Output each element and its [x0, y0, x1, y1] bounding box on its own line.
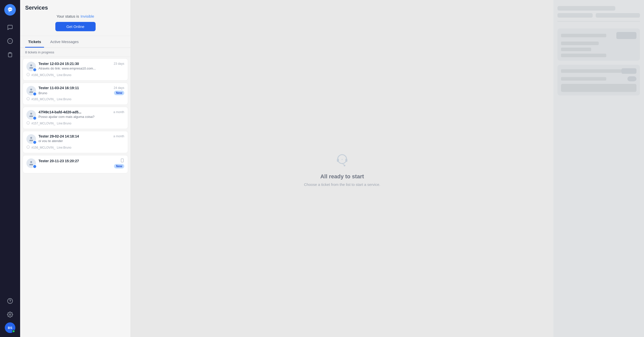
svg-rect-24 — [121, 159, 123, 162]
sidebar-item-messages[interactable] — [4, 35, 16, 47]
right-skel-2 — [557, 13, 593, 18]
right-card-btn-1 — [616, 32, 636, 39]
ticket-message: oi vou te atender — [38, 139, 124, 143]
get-online-button[interactable]: Get Online — [55, 22, 96, 31]
ticket-info: Tester 12-03-24 15:21:30 23 days Através… — [38, 62, 124, 70]
ticket-age: a month — [113, 110, 124, 114]
help-icon — [7, 298, 13, 304]
ticket-panel: Services Your status is Invisible Get On… — [20, 0, 131, 337]
ticket-name: Tester 29-02-24 14:18:14 — [38, 134, 79, 138]
info-icon — [26, 145, 30, 150]
ticket-list: Tester 12-03-24 15:21:30 23 days Através… — [20, 57, 131, 337]
ticket-footer: #156_MCLOVIN_ Line:Bruno — [26, 145, 124, 150]
ticket-line: Line:Bruno — [57, 122, 71, 125]
ticket-line: Line:Bruno — [57, 97, 71, 101]
ticket-age — [120, 158, 124, 163]
svg-point-29 — [344, 165, 345, 166]
svg-point-11 — [30, 89, 32, 90]
status-value: Invisible — [80, 14, 94, 18]
status-text: Your status is — [57, 14, 79, 18]
empty-state-icon — [332, 151, 352, 171]
right-skel-1 — [557, 6, 615, 11]
main-content: All ready to start Choose a ticket from … — [131, 0, 553, 337]
ticket-footer: #157_MCLOVIN_ Line:Bruno — [26, 121, 124, 126]
right-toggle-row — [561, 76, 636, 81]
list-item[interactable]: 47f49c14-bafd-4d20-ad5... a month Posso … — [23, 107, 128, 129]
ticket-info: Tester 11-03-24 16:19:11 24 days Bruno N… — [38, 86, 124, 95]
svg-point-3 — [11, 9, 12, 10]
status-bar: Your status is Invisible — [25, 14, 126, 18]
ticket-footer: #165_MCLOVIN_ Line:Bruno — [26, 97, 124, 102]
empty-state: All ready to start Choose a ticket from … — [304, 151, 380, 187]
ticket-age: 23 days — [114, 62, 124, 65]
right-divider — [557, 21, 640, 21]
ticket-id: #157_MCLOVIN_ — [31, 122, 55, 125]
channel-icon — [33, 140, 37, 144]
right-card-header-1 — [561, 32, 636, 39]
info-icon — [26, 97, 30, 102]
ticket-name: Tester 20-11-23 15:20:27 — [38, 159, 79, 163]
right-skel-t3 — [561, 54, 606, 57]
info-icon — [26, 121, 30, 126]
ticket-footer: #166_MCLOVIN_ Line:Bruno — [26, 73, 124, 77]
svg-point-30 — [342, 159, 343, 160]
sidebar-item-settings[interactable] — [4, 309, 16, 320]
user-avatar[interactable]: BS — [5, 322, 15, 333]
right-card-title-2 — [561, 69, 621, 73]
panel-title: Services — [25, 5, 126, 11]
ticket-name: Tester 11-03-24 16:19:11 — [38, 86, 79, 90]
channel-icon — [33, 68, 37, 72]
online-indicator — [12, 330, 15, 333]
empty-title: All ready to start — [320, 173, 364, 180]
right-input-skel — [561, 84, 636, 92]
svg-point-15 — [30, 113, 32, 115]
channel-icon — [33, 164, 37, 168]
right-card-btn-2 — [621, 68, 636, 74]
tab-active-messages[interactable]: Active Messages — [47, 36, 82, 48]
channel-icon — [33, 116, 37, 120]
right-skel-3 — [596, 13, 640, 18]
right-skel-t1 — [561, 42, 599, 45]
ticket-message: Através do link: www.empresa10.com... — [38, 66, 124, 70]
ticket-line: Line:Bruno — [57, 73, 71, 77]
app-logo[interactable] — [4, 4, 16, 16]
channel-icon — [33, 92, 37, 96]
svg-point-1 — [9, 9, 9, 10]
sidebar-item-help[interactable] — [4, 295, 16, 307]
panel-header: Services Your status is Invisible Get On… — [20, 0, 131, 36]
list-item[interactable]: Tester 12-03-24 15:21:30 23 days Através… — [23, 58, 128, 81]
ticket-name: Tester 12-03-24 15:21:30 — [38, 62, 79, 66]
list-item[interactable]: Tester 11-03-24 16:19:11 24 days Bruno N… — [23, 83, 128, 105]
right-card-title-1 — [561, 34, 606, 37]
svg-rect-28 — [345, 159, 347, 162]
tabs-bar: Tickets Active Messages — [20, 36, 131, 48]
sidebar-item-chat[interactable] — [4, 22, 16, 33]
sidebar-item-contacts[interactable] — [4, 49, 16, 60]
info-icon — [26, 73, 30, 77]
right-card-header-2 — [561, 68, 636, 74]
avatar-initials: BS — [8, 326, 12, 330]
svg-point-7 — [30, 64, 32, 66]
ticket-avatar-wrap — [26, 62, 36, 71]
svg-point-19 — [30, 137, 32, 139]
tab-tickets[interactable]: Tickets — [25, 36, 44, 48]
ticket-id: #165_MCLOVIN_ — [31, 97, 55, 101]
ticket-avatar-wrap — [26, 110, 36, 120]
ticket-message: Posso ajudar com mais alguma coisa? — [38, 115, 124, 119]
logo-icon — [7, 7, 13, 13]
messages-icon — [7, 38, 13, 44]
ticket-age: a month — [113, 134, 124, 138]
ticket-age: 24 days — [114, 86, 124, 90]
svg-point-5 — [8, 298, 13, 304]
toggle-icon — [627, 76, 636, 81]
svg-point-2 — [10, 9, 10, 10]
chat-icon — [7, 24, 13, 30]
svg-point-6 — [9, 314, 11, 315]
right-card-1 — [557, 28, 640, 61]
list-item[interactable]: Tester 29-02-24 14:18:14 a month oi vou … — [23, 131, 128, 153]
list-item[interactable]: Tester 20-11-23 15:20:27 New — [23, 155, 128, 173]
right-skel-t2 — [561, 48, 591, 51]
new-badge: New — [114, 164, 124, 168]
svg-rect-27 — [337, 159, 339, 162]
empty-subtitle: Choose a ticket from the list to start a… — [304, 182, 380, 187]
